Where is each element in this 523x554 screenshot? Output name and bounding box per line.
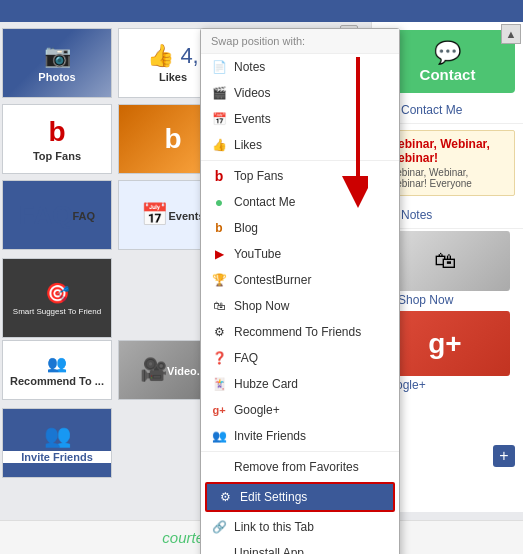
dropdown-item-faq[interactable]: ❓ FAQ — [201, 345, 399, 371]
dropdown-item-linktotab[interactable]: 🔗 Link to this Tab — [201, 514, 399, 540]
recommend-icon: ⚙ — [211, 324, 227, 340]
contestburner-icon: 🏆 — [211, 272, 227, 288]
blog-icon: b — [211, 220, 227, 236]
red-arrow — [308, 52, 368, 215]
dropdown-item-recommend[interactable]: ⚙ Recommend To Friends — [201, 319, 399, 345]
contact-button[interactable]: 💬 Contact — [380, 30, 515, 93]
smart-label: Smart Suggest To Friend — [13, 307, 101, 316]
dropdown-item-shopnow[interactable]: 🛍 Shop Now — [201, 293, 399, 319]
invite-icon: 👥 — [211, 428, 227, 444]
dropdown-item-contactme[interactable]: ● Contact Me — [201, 189, 399, 215]
dropdown-item-youtube[interactable]: ▶ YouTube — [201, 241, 399, 267]
link-icon: 🔗 — [211, 519, 227, 535]
videos-icon: 🎬 — [211, 85, 227, 101]
gplus-dd-icon: g+ — [211, 402, 227, 418]
youtube-icon: ▶ — [211, 246, 227, 262]
tile-faq[interactable]: FAQ FAQ — [2, 180, 112, 250]
uninstall-icon — [211, 545, 227, 554]
divider-2 — [201, 451, 399, 452]
shopnow-icon: 🛍 — [211, 298, 227, 314]
remove-icon — [211, 459, 227, 475]
dropdown-item-hubzecard[interactable]: 🃏 Hubze Card — [201, 371, 399, 397]
edit-settings-icon: ⚙ — [217, 489, 233, 505]
topfans-icon: b — [211, 168, 227, 184]
dropdown-item-contestburner[interactable]: 🏆 ContestBurner — [201, 267, 399, 293]
sidebar-webinar: Webinar, Webinar, Webinar! Webinar, Webi… — [380, 130, 515, 196]
dropdown-item-likes[interactable]: 👍 Likes — [201, 132, 399, 158]
add-button[interactable]: + — [493, 445, 515, 467]
notes-icon: 📄 — [211, 59, 227, 75]
faq-icon: ❓ — [211, 350, 227, 366]
dropdown-item-blog[interactable]: b Blog — [201, 215, 399, 241]
events-icon: 📅 — [211, 111, 227, 127]
tile-recommend[interactable]: 👥 Recommend To ... — [2, 340, 112, 400]
dropdown-header: Swap position with: — [201, 29, 399, 54]
fb-topbar — [0, 0, 523, 22]
dropdown-item-videos[interactable]: 🎬 Videos — [201, 80, 399, 106]
contactme-dd-icon: ● — [211, 194, 227, 210]
dropdown-item-uninstall[interactable]: Uninstall App — [201, 540, 399, 554]
tile-smart-suggest[interactable]: 🎯 Smart Suggest To Friend — [2, 258, 112, 338]
tile-topfans[interactable]: b Top Fans — [2, 104, 112, 174]
dropdown-item-editsettings[interactable]: ⚙ Edit Settings — [205, 482, 395, 512]
tile-photos[interactable]: 📷 Photos — [2, 28, 112, 98]
dropdown-item-invitefriends[interactable]: 👥 Invite Friends — [201, 423, 399, 449]
gplus-label: Google+ — [380, 378, 515, 392]
up-arrow-button[interactable]: ▲ — [501, 24, 521, 44]
dropdown-item-removefav[interactable]: Remove from Favorites — [201, 454, 399, 480]
likes-icon: 👍 — [211, 137, 227, 153]
tile-invite-friends[interactable]: 👥 Invite Friends — [2, 408, 112, 478]
dropdown-item-notes[interactable]: 📄 Notes — [201, 54, 399, 80]
dropdown-item-gplus[interactable]: g+ Google+ — [201, 397, 399, 423]
dropdown-menu: Swap position with: 📄 Notes 🎬 Videos 📅 E… — [200, 28, 400, 554]
divider-1 — [201, 160, 399, 161]
hubze-icon: 🃏 — [211, 376, 227, 392]
dropdown-item-events[interactable]: 📅 Events — [201, 106, 399, 132]
dropdown-item-topfans[interactable]: b Top Fans — [201, 163, 399, 189]
shop-now-label[interactable]: Shop Now — [380, 293, 515, 307]
